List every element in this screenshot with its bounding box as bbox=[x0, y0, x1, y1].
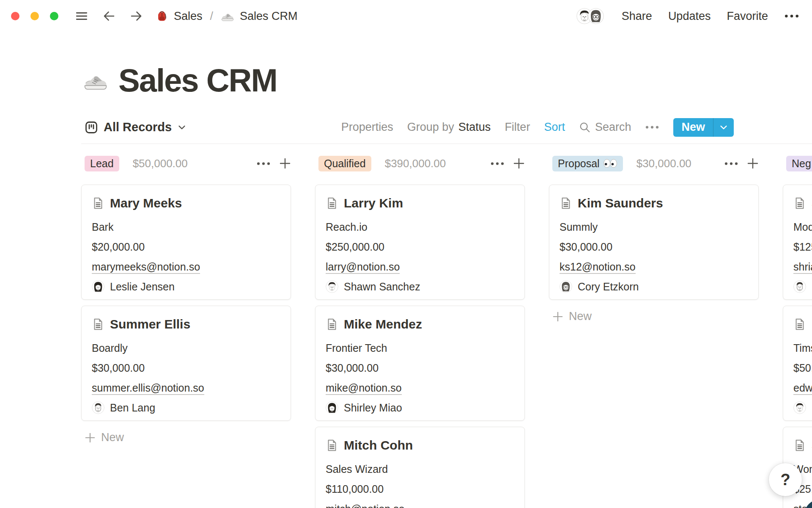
breadcrumb-label: Sales bbox=[174, 10, 203, 23]
card-name: Mary Meeks bbox=[110, 196, 182, 210]
column-add-icon[interactable] bbox=[513, 157, 525, 169]
card-owner: Ben Lang bbox=[92, 401, 280, 414]
column-header: Neg bbox=[783, 155, 812, 172]
card-email-link[interactable]: marymeeks@notion.so bbox=[92, 261, 200, 274]
sneaker-icon[interactable] bbox=[83, 68, 108, 93]
card-company: Tims bbox=[793, 342, 812, 354]
card-company: Sales Wizard bbox=[326, 463, 514, 475]
breadcrumb-item-sales[interactable]: Sales bbox=[156, 10, 203, 23]
sidebar-menu-icon[interactable] bbox=[74, 9, 89, 23]
minimize-window-button[interactable] bbox=[30, 12, 39, 20]
board-card-mary-meeks[interactable]: Mary Meeks Bark $20,000.00 marymeeks@not… bbox=[81, 185, 291, 300]
column-add-icon[interactable] bbox=[279, 157, 291, 169]
forward-icon[interactable] bbox=[129, 9, 143, 23]
card-owner: E bbox=[793, 280, 812, 293]
help-button[interactable]: ? bbox=[769, 463, 802, 496]
board-card-kim-saunders[interactable]: Kim Saunders Summly $30,000.00 ks12@noti… bbox=[549, 185, 759, 300]
column-sum: $390,000.00 bbox=[385, 157, 446, 170]
back-icon[interactable] bbox=[102, 9, 116, 23]
page-icon bbox=[92, 318, 104, 331]
card-owner: Cory Etzkorn bbox=[560, 280, 748, 293]
card-name: Summer Ellis bbox=[110, 317, 190, 331]
add-card-button[interactable]: New bbox=[549, 306, 759, 327]
column-header: Lead $50,000.00 bbox=[81, 155, 291, 172]
card-email-link[interactable]: summer.ellis@notion.so bbox=[92, 382, 204, 395]
chevron-down-icon bbox=[177, 123, 187, 132]
maximize-window-button[interactable] bbox=[50, 12, 58, 20]
window-controls bbox=[11, 12, 58, 20]
sort-button[interactable]: Sort bbox=[544, 121, 565, 134]
owner-avatar bbox=[326, 280, 338, 293]
more-menu-icon[interactable] bbox=[784, 14, 799, 19]
view-selector[interactable]: All Records bbox=[81, 120, 187, 134]
updates-button[interactable]: Updates bbox=[668, 10, 711, 23]
status-badge-qualified[interactable]: Qualified bbox=[318, 156, 371, 171]
card-name: Mitch Cohn bbox=[344, 438, 413, 453]
status-badge-lead[interactable]: Lead bbox=[85, 156, 119, 171]
owner-name: Shirley Miao bbox=[344, 402, 402, 414]
column-menu-icon[interactable] bbox=[724, 161, 738, 166]
board-card[interactable]: S Mod $125 shria E bbox=[783, 185, 812, 300]
close-window-button[interactable] bbox=[11, 12, 19, 20]
new-button-label[interactable]: New bbox=[673, 118, 713, 137]
view-toolbar: All Records Properties Group by Status F… bbox=[81, 111, 734, 144]
card-email-link[interactable]: mitch@notion.so bbox=[326, 503, 405, 508]
owner-name: Ben Lang bbox=[110, 402, 155, 414]
card-email-link[interactable]: edwi bbox=[793, 382, 812, 395]
properties-button[interactable]: Properties bbox=[341, 121, 393, 134]
card-email-link[interactable]: mike@notion.so bbox=[326, 382, 402, 395]
search-button[interactable]: Search bbox=[579, 121, 631, 134]
group-by-label: Group by bbox=[407, 121, 454, 134]
search-label: Search bbox=[595, 121, 631, 134]
member-avatars bbox=[576, 8, 604, 24]
owner-name: Leslie Jensen bbox=[110, 281, 175, 293]
owner-avatar bbox=[92, 280, 104, 293]
owner-name: Shawn Sanchez bbox=[344, 281, 420, 293]
breadcrumb: Sales / Sales CRM bbox=[156, 9, 298, 23]
card-owner: H bbox=[793, 401, 812, 414]
filter-button[interactable]: Filter bbox=[505, 121, 530, 134]
board-card-summer-ellis[interactable]: Summer Ellis Boardly $30,000.00 summer.e… bbox=[81, 306, 291, 421]
board-column-proposal: Proposal $30,000.00 Kim Saunders Summly … bbox=[549, 155, 759, 508]
board-card-larry-kim[interactable]: Larry Kim Reach.io $250,000.00 larry@not… bbox=[315, 185, 525, 300]
column-menu-icon[interactable] bbox=[256, 161, 271, 166]
card-amount: $20,000.00 bbox=[92, 240, 280, 253]
owner-avatar bbox=[326, 401, 338, 414]
status-badge-negotiation[interactable]: Neg bbox=[786, 156, 812, 171]
eyes-icon bbox=[603, 159, 617, 168]
share-button[interactable]: Share bbox=[622, 10, 652, 23]
card-email-link[interactable]: shria bbox=[793, 261, 812, 274]
card-amount: $30,000.00 bbox=[560, 240, 748, 253]
status-badge-proposal[interactable]: Proposal bbox=[552, 156, 623, 171]
page-icon bbox=[326, 318, 338, 331]
kanban-board: Lead $50,000.00 Mary Meeks Bark $20,000.… bbox=[81, 155, 812, 508]
view-options-icon[interactable] bbox=[645, 125, 659, 130]
new-button-chevron-icon[interactable] bbox=[713, 118, 734, 137]
column-add-icon[interactable] bbox=[747, 157, 759, 169]
toolbar-divider bbox=[81, 144, 812, 144]
card-email-link[interactable]: larry@notion.so bbox=[326, 261, 400, 274]
breadcrumb-item-sales-crm[interactable]: Sales CRM bbox=[221, 9, 298, 23]
page-icon bbox=[793, 439, 806, 452]
column-menu-icon[interactable] bbox=[490, 161, 505, 166]
card-email-link[interactable]: ks12@notion.so bbox=[560, 261, 636, 274]
page-header: Sales CRM bbox=[83, 62, 277, 99]
page-title: Sales CRM bbox=[118, 62, 277, 99]
favorite-button[interactable]: Favorite bbox=[727, 10, 768, 23]
group-by-button[interactable]: Group by Status bbox=[407, 121, 491, 134]
add-card-button[interactable]: New bbox=[81, 427, 291, 448]
kanban-board-icon bbox=[85, 121, 98, 134]
new-record-button[interactable]: New bbox=[673, 118, 734, 137]
board-card[interactable]: E Tims $50, edwi H bbox=[783, 306, 812, 421]
page-icon bbox=[793, 318, 806, 331]
board-column-lead: Lead $50,000.00 Mary Meeks Bark $20,000.… bbox=[81, 155, 291, 508]
column-sum: $30,000.00 bbox=[636, 157, 691, 170]
card-amount: $30,000.00 bbox=[92, 362, 280, 374]
card-amount: $250,000.00 bbox=[326, 240, 514, 253]
board-column-qualified: Qualified $390,000.00 Larry Kim Reach.io… bbox=[315, 155, 525, 508]
board-card-mike-mendez[interactable]: Mike Mendez Frontier Tech $30,000.00 mik… bbox=[315, 306, 525, 421]
member-avatar[interactable] bbox=[588, 8, 604, 24]
board-card-mitch-cohn[interactable]: Mitch Cohn Sales Wizard $110,000.00 mitc… bbox=[315, 427, 525, 508]
column-header: Qualified $390,000.00 bbox=[315, 155, 525, 172]
card-company: Boardly bbox=[92, 342, 280, 354]
